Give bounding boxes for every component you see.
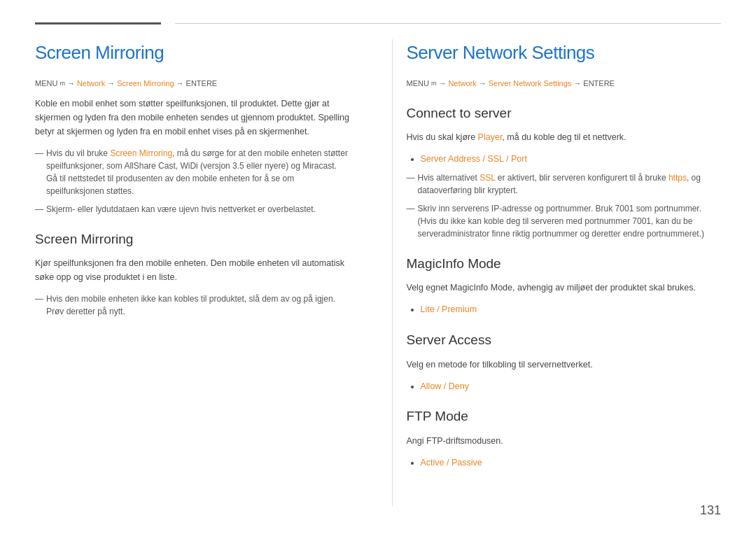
connect-to-server-title: Connect to server [407,104,722,124]
right-column: Server Network Settings MENUm → Network … [392,39,722,506]
network-link: Network [77,78,105,90]
right-arrow3: → [573,78,581,90]
right-arrow1: → [438,78,446,90]
server-access-bullet-1: Allow / Deny [421,380,722,393]
ftp-mode-desc: Angi FTP-driftsmodusen. [407,434,722,448]
connect-bullet-list: Server Address / SSL / Port [407,153,722,166]
left-subsection-title: Screen Mirroring [35,230,350,250]
left-menu-path: MENUm → Network → Screen Mirroring → ENT… [35,78,350,90]
active-passive-highlight: Active / Passive [421,458,482,468]
right-network-link: Network [448,78,476,90]
left-subsection-note: Hvis den mobile enheten ikke kan kobles … [35,293,350,318]
magicinfo-mode-desc: Velg egnet MagicInfo Mode, avhengig av m… [407,281,722,295]
player-highlight: Player [478,132,503,142]
right-arrow2: → [479,78,486,90]
page-number: 131 [700,501,721,520]
right-menu-path: MENUm → Network → Server Network Setting… [407,78,722,90]
arrow3: → [176,78,184,90]
server-access-bullet-list: Allow / Deny [407,380,722,393]
lite-premium-highlight: Lite / Premium [421,304,477,314]
connect-note-1: Hvis alternativet SSL er aktivert, blir … [407,171,722,197]
connect-bullet-1: Server Address / SSL / Port [421,153,722,166]
right-section-title: Server Network Settings [407,39,722,66]
menu-m: m [59,79,65,89]
server-access-title: Server Access [407,330,722,351]
connect-to-server-desc: Hvis du skal kjøre Player, må du koble d… [407,130,722,144]
left-note-1: Hvis du vil bruke Screen Mirroring, må d… [35,147,350,197]
left-section-title: Screen Mirroring [35,39,350,66]
content-area: Screen Mirroring MENUm → Network → Scree… [0,25,756,534]
page: Screen Mirroring MENUm → Network → Scree… [0,0,756,534]
ssl-highlight: SSL [479,173,495,183]
magicinfo-bullet-list: Lite / Premium [407,303,722,316]
right-menu-m: m [431,79,437,89]
arrow2: → [107,78,115,90]
right-server-link: Server Network Settings [489,78,572,90]
arrow1: → [67,78,75,90]
screen-mirroring-highlight: Screen Mirroring [110,148,172,158]
allow-deny-highlight: Allow / Deny [421,381,469,391]
ftp-bullet-1: Active / Passive [421,456,722,470]
magicinfo-mode-title: MagicInfo Mode [407,254,722,274]
right-entere-label: ENTERE [583,78,615,90]
magicinfo-mode-highlight: MagicInfo Mode [450,283,512,293]
left-column: Screen Mirroring MENUm → Network → Scree… [35,39,364,506]
ftp-mode-title: FTP Mode [407,407,722,427]
right-menu-label: MENU [407,78,429,90]
connect-note-2: Skriv inn serverens IP-adresse og portnu… [407,202,722,240]
screen-mirroring-link: Screen Mirroring [117,78,174,90]
left-subsection-desc: Kjør speilfunksjonen fra den mobile enhe… [35,256,350,284]
entere-label: ENTERE [186,78,218,90]
left-note-2: Skjerm- eller lydutdataen kan være ujevn… [35,203,350,216]
top-bar-left-accent [35,22,161,24]
left-description: Koble en mobil enhet som støtter speilfu… [35,97,350,139]
top-bar-right-line [175,23,721,24]
https-highlight: https [668,173,687,183]
ftp-bullet-list: Active / Passive [407,456,722,470]
menu-label: MENU [35,78,57,90]
server-access-desc: Velg en metode for tilkobling til server… [407,358,722,372]
server-address-highlight: Server Address / SSL / Port [421,154,527,164]
magicinfo-bullet-1: Lite / Premium [421,303,722,316]
